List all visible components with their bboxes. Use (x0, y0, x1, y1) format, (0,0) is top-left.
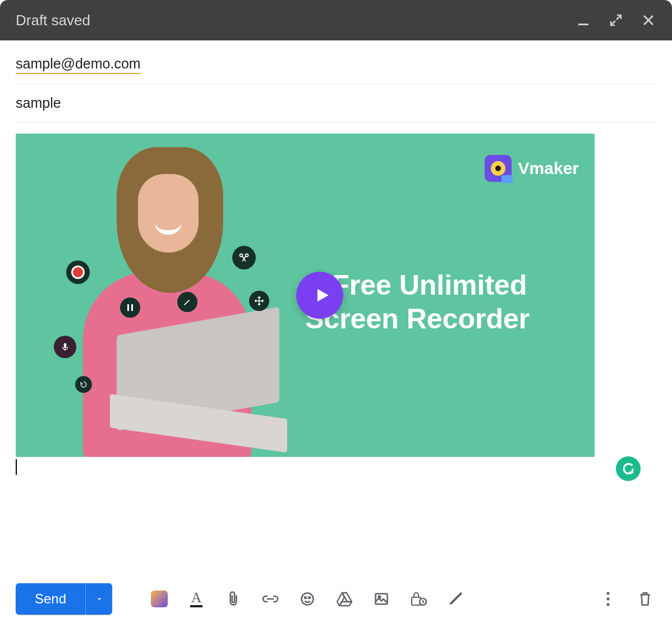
refresh-icon (75, 376, 92, 393)
insert-link-button[interactable] (259, 588, 282, 610)
insert-emoji-button[interactable] (296, 588, 319, 610)
attach-file-button[interactable] (222, 588, 245, 610)
headline-line-1: A Free Unlimited (305, 268, 563, 302)
svg-point-6 (302, 593, 314, 605)
insert-photo-button[interactable] (370, 588, 393, 610)
expand-button[interactable] (608, 12, 624, 28)
pencil-icon (177, 292, 197, 312)
recipients-row[interactable]: sample@demo.com (16, 46, 656, 84)
drive-icon (336, 591, 353, 607)
paperclip-icon (226, 591, 241, 607)
close-button[interactable] (641, 12, 656, 28)
grammarly-button[interactable] (616, 456, 641, 481)
discard-draft-button[interactable] (634, 588, 656, 610)
person-illustration (49, 143, 263, 457)
play-button[interactable] (296, 272, 343, 319)
brand-badge: Vmaker (485, 155, 579, 182)
confidential-mode-button[interactable] (407, 588, 430, 610)
svg-rect-3 (127, 304, 129, 311)
more-vertical-icon (606, 591, 610, 607)
send-button[interactable]: Send (16, 583, 85, 615)
formatting-button[interactable]: A (185, 588, 208, 610)
window-controls (576, 12, 656, 28)
link-icon (261, 593, 279, 605)
recipient-chip[interactable]: sample@demo.com (16, 56, 141, 74)
headline-line-2: Screen Recorder (305, 302, 563, 336)
record-icon (66, 260, 90, 284)
text-format-icon: A (190, 591, 203, 607)
svg-point-2 (246, 254, 248, 257)
microphone-icon (54, 336, 76, 358)
compose-window: Draft saved sample@demo.com sample (0, 0, 672, 627)
svg-point-10 (379, 596, 381, 598)
header-fields: sample@demo.com sample (0, 40, 672, 122)
emoji-icon (300, 591, 315, 607)
brand-name: Vmaker (518, 159, 579, 178)
insert-drive-button[interactable] (333, 588, 356, 610)
pen-icon (448, 591, 463, 607)
message-body[interactable]: Vmaker A Free Unlimited Screen Recorder (0, 122, 672, 571)
compose-toolbar: Send A (0, 571, 672, 627)
vmaker-extension-button[interactable] (148, 588, 171, 610)
insert-signature-button[interactable] (444, 588, 467, 610)
scissors-icon (232, 246, 256, 269)
svg-point-14 (606, 592, 609, 594)
pause-icon (120, 298, 140, 318)
svg-rect-0 (578, 24, 588, 25)
vmaker-logo-icon (485, 155, 512, 182)
thumbnail-headline: A Free Unlimited Screen Recorder (305, 268, 563, 336)
move-icon (249, 291, 269, 311)
text-caret (16, 459, 17, 475)
window-title: Draft saved (16, 12, 576, 29)
svg-rect-4 (131, 304, 133, 311)
lock-clock-icon (409, 591, 427, 607)
send-group: Send (16, 583, 112, 615)
svg-point-7 (305, 597, 306, 598)
video-thumbnail[interactable]: Vmaker A Free Unlimited Screen Recorder (16, 134, 595, 457)
svg-point-1 (240, 254, 243, 257)
send-options-button[interactable] (85, 583, 112, 615)
subject-text[interactable]: sample (16, 95, 61, 111)
titlebar: Draft saved (0, 0, 672, 40)
svg-point-8 (309, 597, 310, 598)
more-options-button[interactable] (597, 588, 619, 610)
svg-point-15 (606, 597, 609, 600)
svg-point-16 (606, 603, 609, 606)
minimize-button[interactable] (576, 12, 591, 28)
trash-icon (638, 591, 652, 607)
subject-row[interactable]: sample (16, 84, 656, 122)
svg-rect-5 (64, 343, 67, 348)
image-icon (374, 591, 389, 607)
